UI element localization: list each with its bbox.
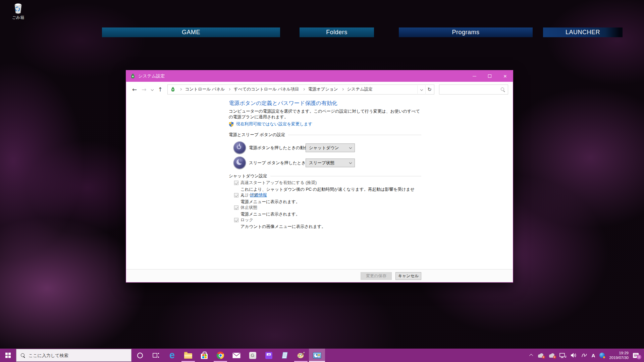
address-bar[interactable]: コントロール パネル すべてのコントロール パネル項目 電源オプション システム… <box>167 84 434 95</box>
section-power-sleep-buttons: 電源とスリープ ボタンの設定 <box>229 132 421 138</box>
page-title: 電源ボタンの定義とパスワード保護の有効化 <box>229 100 337 107</box>
start-button[interactable] <box>0 349 16 362</box>
power-options-breadcrumb-icon <box>170 87 175 92</box>
taskbar-apps: e G <box>132 349 325 362</box>
g-app-icon: G <box>249 352 256 359</box>
window-footer: 変更の保存 キャンセル <box>126 269 513 282</box>
hibernate-description: 電源メニューに表示されます。 <box>240 212 421 217</box>
taskbar-control-panel-button[interactable] <box>309 349 325 362</box>
breadcrumb-separator-icon <box>303 88 305 90</box>
taskbar-edge-button[interactable]: e <box>164 349 180 362</box>
power-button-action-label: 電源ボタンを押したときの動作: <box>249 141 310 155</box>
sleep-button-setting-row: スリープ ボタンを押したときの動作: スリープ状態 <box>229 156 421 170</box>
taskbar-task-view-button[interactable] <box>148 349 164 362</box>
system-tray: ✕ ✕ A 19:29 2019/07/30 <box>530 349 642 362</box>
folders-bar-label: Folders <box>326 29 347 36</box>
programs-bar-label: Programs <box>452 29 479 36</box>
back-button[interactable]: ← <box>132 86 137 93</box>
programs-bar-button[interactable]: Programs <box>399 27 533 37</box>
taskbar-g-app-button[interactable]: G <box>245 349 261 362</box>
breadcrumb-separator-icon <box>228 88 230 90</box>
taskbar-chrome-button[interactable] <box>212 349 228 362</box>
hibernate-menu-setting: 休止状態 電源メニューに表示されます。 <box>229 205 421 217</box>
hidden-icons-button[interactable] <box>530 354 533 357</box>
taskbar-mail-button[interactable] <box>228 349 245 362</box>
address-dropdown-button[interactable] <box>417 85 425 94</box>
blue-app-icon <box>599 353 605 358</box>
chrome-icon <box>217 352 224 359</box>
maximize-icon <box>488 74 491 78</box>
onedrive-error-icon[interactable]: ✕ <box>537 353 544 358</box>
breadcrumb-separator-icon <box>179 88 182 90</box>
breadcrumb-power-options[interactable]: 電源オプション <box>308 86 339 93</box>
section-shutdown-label: シャットダウン設定 <box>229 173 267 179</box>
chevron-down-icon <box>420 88 423 90</box>
volume-icon[interactable] <box>571 353 577 358</box>
network-icon[interactable] <box>559 353 566 358</box>
sleep-button-action-value: スリープ状態 <box>309 160 334 166</box>
fast-startup-label: 高速スタートアップを有効にする (推奨) <box>240 180 317 186</box>
search-icon <box>20 353 25 358</box>
recycle-bin-label: ごみ箱 <box>7 15 29 20</box>
taskbar-file-explorer-button[interactable] <box>180 349 196 362</box>
windows-ink-pen-icon[interactable] <box>581 353 587 358</box>
lock-menu-setting: ロック アカウントの画像メニューに表示されます。 <box>229 217 421 230</box>
taskbar-paint-button[interactable] <box>293 349 309 362</box>
change-unavailable-settings-link[interactable]: 現在利用可能ではない設定を変更します <box>236 121 312 127</box>
clock-date: 2019/07/30 <box>609 355 629 360</box>
taskbar-cortana-button[interactable] <box>132 349 148 362</box>
explorer-search-input[interactable] <box>442 87 500 92</box>
save-changes-button[interactable]: 変更の保存 <box>361 272 392 280</box>
windows-logo-icon <box>5 353 11 358</box>
file-explorer-icon <box>184 353 192 359</box>
close-button[interactable]: × <box>497 70 513 82</box>
folders-bar-button[interactable]: Folders <box>300 27 374 37</box>
hibernate-checkbox[interactable] <box>234 205 238 210</box>
taskbar-notepad-button[interactable] <box>277 349 293 362</box>
close-icon: × <box>503 73 507 79</box>
power-button-setting-row: 電源ボタンを押したときの動作: シャットダウン <box>229 141 421 155</box>
breadcrumb-all-items[interactable]: すべてのコントロール パネル項目 <box>233 86 300 93</box>
game-bar-label: GAME <box>182 29 200 36</box>
onedrive-error-icon[interactable]: ✕ <box>548 353 555 358</box>
notification-badge: 3 <box>637 355 641 359</box>
sleep-checkbox[interactable] <box>234 193 238 197</box>
section-divider <box>288 135 421 135</box>
explorer-search-box[interactable] <box>439 84 508 95</box>
recycle-bin[interactable]: ごみ箱 <box>7 3 29 20</box>
taskbar-clock[interactable]: 19:29 2019/07/30 <box>609 351 629 360</box>
forward-button[interactable]: → <box>142 86 146 93</box>
app-tray-icon[interactable] <box>599 353 605 358</box>
minimize-icon <box>473 76 476 76</box>
section-shutdown-settings: シャットダウン設定 <box>229 173 421 179</box>
cancel-button[interactable]: キャンセル <box>395 272 421 280</box>
taskbar-search-box[interactable] <box>16 349 131 362</box>
control-panel-icon <box>313 352 321 359</box>
maximize-button[interactable] <box>482 70 497 82</box>
uac-link-row[interactable]: 現在利用可能ではない設定を変更します <box>229 121 312 127</box>
fast-startup-checkbox[interactable] <box>234 181 238 185</box>
lock-checkbox[interactable] <box>234 218 238 222</box>
minimize-button[interactable] <box>467 70 482 82</box>
launcher-bar-button[interactable]: LAUNCHER <box>543 27 623 37</box>
explorer-toolbar: ← → ↑ コントロール パネル すべてのコントロール パネル項目 電源オプショ… <box>126 82 513 97</box>
section-divider <box>270 176 421 176</box>
lock-label: ロック <box>240 217 253 223</box>
action-center-button[interactable]: 3 <box>633 353 639 358</box>
breadcrumb-system-settings[interactable]: システム設定 <box>346 86 373 93</box>
search-icon <box>500 87 505 92</box>
edge-icon: e <box>169 350 175 360</box>
power-button-action-select[interactable]: シャットダウン <box>306 143 355 152</box>
sleep-button-action-select[interactable]: スリープ状態 <box>306 159 355 167</box>
taskbar-search-input[interactable] <box>29 353 127 358</box>
refresh-button[interactable]: ↻ <box>425 85 433 94</box>
taskbar-twitch-button[interactable] <box>261 349 277 362</box>
window-titlebar[interactable]: システム設定 × <box>126 70 513 82</box>
launcher-bar-label: LAUNCHER <box>566 29 600 36</box>
ime-language-indicator[interactable]: A <box>592 353 595 358</box>
game-bar-button[interactable]: GAME <box>102 27 280 37</box>
breadcrumb-control-panel[interactable]: コントロール パネル <box>184 86 225 93</box>
taskbar-store-button[interactable] <box>196 349 212 362</box>
recent-locations-chevron-icon[interactable] <box>151 88 153 90</box>
up-button[interactable]: ↑ <box>158 86 163 93</box>
